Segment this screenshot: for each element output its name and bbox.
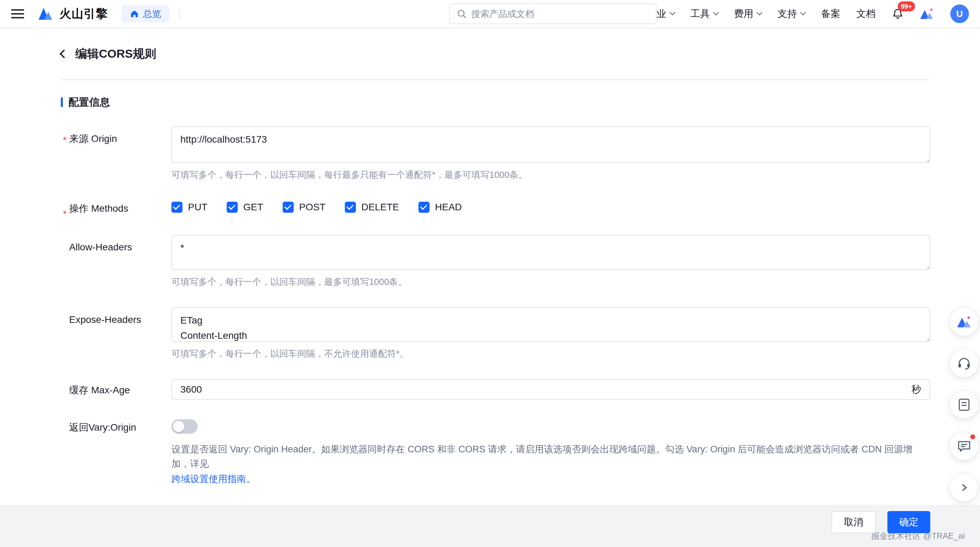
search-input[interactable] <box>471 9 649 19</box>
allow-headers-label: Allow-Headers <box>61 235 172 288</box>
methods-checkbox-group: PUT GET POST DELETE HEAD <box>172 200 930 214</box>
confirm-button[interactable]: 确定 <box>888 511 930 533</box>
origin-label: 来源 Origin <box>61 126 172 181</box>
nav-item-billing[interactable]: 费用 <box>734 7 762 21</box>
brand-name: 火山引擎 <box>59 6 108 22</box>
nav-item-docs[interactable]: 文档 <box>856 7 876 21</box>
floating-action-rail <box>950 308 978 501</box>
origin-control: http://localhost:5173 可填写多个，每行一个，以回车间隔，每… <box>172 126 930 181</box>
chevron-down-icon <box>757 10 763 16</box>
membership-button[interactable] <box>920 7 934 21</box>
method-label: DELETE <box>361 202 399 213</box>
overview-nav-button[interactable]: 总览 <box>122 5 169 22</box>
form-row-max-age: 缓存 Max-Age 秒 <box>61 379 930 400</box>
documentation-button[interactable] <box>950 391 978 419</box>
feedback-button[interactable] <box>950 432 978 460</box>
expose-headers-label: Expose-Headers <box>61 308 172 360</box>
app-root: 火山引擎 总览 企业 工具 费用 支持 备案 文档 99+ <box>0 0 980 547</box>
method-get[interactable]: GET <box>227 202 263 213</box>
allow-headers-control: * 可填写多个，每行一个，以回车间隔，最多可填写1000条。 <box>172 235 930 288</box>
document-icon <box>958 398 970 412</box>
rail-collapse-button[interactable] <box>950 474 978 501</box>
page-title: 编辑CORS规则 <box>75 46 156 62</box>
form-row-origin: 来源 Origin http://localhost:5173 可填写多个，每行… <box>61 126 930 181</box>
feedback-unread-dot <box>970 434 975 439</box>
section-config-info: 配置信息 <box>61 95 930 109</box>
expose-headers-control: ETag Content-Length 可填写多个，每行一个，以回车间隔，不允许… <box>172 308 930 360</box>
checkbox-checked-icon[interactable] <box>418 202 430 213</box>
method-label: POST <box>299 202 326 213</box>
header-divider <box>61 79 930 80</box>
expose-headers-help-text: 可填写多个，每行一个，以回车间隔，不允许使用通配符*。 <box>172 347 930 360</box>
nav-item-label: 支持 <box>778 7 797 21</box>
max-age-label: 缓存 Max-Age <box>61 379 172 400</box>
nav-item-label: 费用 <box>734 7 753 21</box>
method-label: HEAD <box>435 202 462 213</box>
nav-item-icp[interactable]: 备案 <box>821 7 840 21</box>
back-button[interactable] <box>59 49 68 58</box>
brand-assistant-button[interactable] <box>950 308 978 336</box>
method-head[interactable]: HEAD <box>418 202 462 213</box>
footer-buttons: 取消 确定 <box>831 511 930 533</box>
main-content: 编辑CORS规则 配置信息 来源 Origin http://localhost… <box>0 28 980 486</box>
checkbox-checked-icon[interactable] <box>172 202 183 213</box>
section-accent-bar <box>61 97 63 107</box>
form-row-allow-headers: Allow-Headers * 可填写多个，每行一个，以回车间隔，最多可填写10… <box>61 235 930 288</box>
form-row-vary-origin: 返回Vary:Origin 设置是否返回 Vary: Origin Header… <box>61 419 930 486</box>
chevron-down-icon <box>670 10 676 16</box>
chat-bubble-icon <box>957 440 971 452</box>
volcengine-logo-icon <box>37 6 54 21</box>
chevron-right-icon <box>960 484 968 492</box>
notification-count-badge: 99+ <box>898 2 915 11</box>
toggle-knob <box>173 421 184 432</box>
vary-origin-toggle[interactable] <box>172 419 198 434</box>
origin-help-text: 可填写多个，每行一个，以回车间隔，每行最多只能有一个通配符*，最多可填写1000… <box>172 168 930 181</box>
hamburger-menu-button[interactable] <box>11 9 24 19</box>
brand-logo[interactable]: 火山引擎 <box>37 6 108 22</box>
max-age-input[interactable] <box>180 384 912 395</box>
max-age-unit: 秒 <box>912 383 921 396</box>
checkbox-checked-icon[interactable] <box>345 202 356 213</box>
search-icon <box>457 9 466 19</box>
brand-assistant-icon <box>956 315 972 329</box>
method-delete[interactable]: DELETE <box>345 202 399 213</box>
top-navbar: 火山引擎 总览 企业 工具 费用 支持 备案 文档 99+ <box>0 0 980 28</box>
notifications-button[interactable]: 99+ <box>891 8 904 20</box>
methods-label: 操作 Methods <box>61 200 172 216</box>
overview-label: 总览 <box>143 8 161 20</box>
user-avatar[interactable]: U <box>950 5 969 23</box>
navbar-divider <box>179 8 180 20</box>
nav-item-label: 文档 <box>856 7 876 21</box>
nav-item-label: 工具 <box>690 7 710 21</box>
expose-headers-textarea[interactable]: ETag Content-Length <box>172 308 930 342</box>
methods-control: PUT GET POST DELETE HEAD <box>172 200 930 216</box>
chevron-down-icon <box>713 10 719 16</box>
form-row-expose-headers: Expose-Headers ETag Content-Length 可填写多个… <box>61 308 930 360</box>
max-age-input-wrap: 秒 <box>172 379 930 400</box>
chevron-down-icon <box>800 10 806 16</box>
origin-textarea[interactable]: http://localhost:5173 <box>172 126 930 163</box>
checkbox-checked-icon[interactable] <box>283 202 294 213</box>
checkbox-checked-icon[interactable] <box>227 202 238 213</box>
page-header: 编辑CORS规则 <box>61 46 930 62</box>
nav-item-tools[interactable]: 工具 <box>690 7 718 21</box>
vary-origin-label: 返回Vary:Origin <box>61 419 172 486</box>
method-put[interactable]: PUT <box>172 202 207 213</box>
allow-headers-help-text: 可填写多个，每行一个，以回车间隔，最多可填写1000条。 <box>172 276 930 288</box>
cors-guide-link[interactable]: 跨域设置使用指南。 <box>172 472 255 486</box>
nav-item-support[interactable]: 支持 <box>778 7 805 21</box>
navbar-right-menu: 企业 工具 费用 支持 备案 文档 99+ U <box>647 5 969 23</box>
allow-headers-textarea[interactable]: * <box>172 235 930 270</box>
home-icon <box>130 10 139 18</box>
cancel-button[interactable]: 取消 <box>831 511 876 533</box>
vary-origin-control: 设置是否返回 Vary: Origin Header。如果浏览器同时存在 COR… <box>172 419 930 486</box>
customer-service-button[interactable] <box>950 349 978 377</box>
cors-form: 来源 Origin http://localhost:5173 可填写多个，每行… <box>61 126 930 486</box>
section-title-text: 配置信息 <box>68 95 110 109</box>
method-post[interactable]: POST <box>283 202 326 213</box>
method-label: GET <box>243 202 263 213</box>
nav-item-label: 备案 <box>821 7 840 21</box>
form-row-methods: 操作 Methods PUT GET POST DELETE HEAD <box>61 200 930 216</box>
membership-mountain-icon <box>920 7 934 21</box>
method-label: PUT <box>188 202 207 213</box>
